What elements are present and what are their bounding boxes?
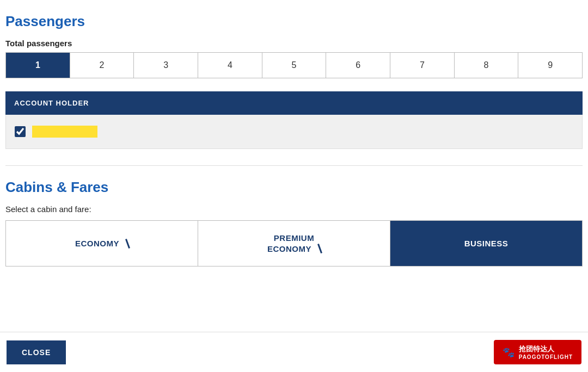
passenger-btn-4[interactable]: 4 (198, 53, 262, 78)
watermark-content: 抢团特达人 PAOGOTOFLIGHT (519, 344, 573, 360)
watermark-sub: PAOGOTOFLIGHT (519, 354, 573, 360)
bottom-bar: CLOSE 🐾 抢团特达人 PAOGOTOFLIGHT (0, 332, 588, 372)
passenger-btn-1[interactable]: 1 (6, 53, 70, 78)
watermark-icon: 🐾 (503, 346, 514, 358)
account-holder-bar: ACCOUNT HOLDER (5, 91, 583, 115)
economy-slash-icon (121, 240, 128, 247)
watermark-text: 抢团特达人 (519, 344, 573, 354)
passenger-btn-8[interactable]: 8 (455, 53, 519, 78)
premium-economy-line2: ECONOMY (267, 244, 321, 255)
passenger-btn-3[interactable]: 3 (134, 53, 198, 78)
passengers-title: Passengers (5, 13, 583, 30)
passenger-btn-6[interactable]: 6 (326, 53, 390, 78)
select-cabin-label: Select a cabin and fare: (5, 204, 583, 214)
passenger-btn-7[interactable]: 7 (390, 53, 455, 78)
cabin-btn-economy[interactable]: ECONOMY (6, 221, 198, 266)
cabin-btn-business[interactable]: BUSINESS (390, 221, 582, 266)
premium-economy-label: PREMIUM ECONOMY (267, 233, 321, 254)
cabins-fares-title: Cabins & Fares (5, 179, 583, 196)
cabin-selector: ECONOMY PREMIUM ECONOMY BUSINESS (5, 220, 583, 266)
business-label: BUSINESS (464, 239, 509, 248)
watermark: 🐾 抢团特达人 PAOGOTOFLIGHT (494, 340, 581, 364)
passenger-btn-5[interactable]: 5 (262, 53, 327, 78)
section-divider (5, 165, 583, 166)
total-passengers-label: Total passengers (5, 39, 583, 48)
cabin-btn-premium-economy[interactable]: PREMIUM ECONOMY (198, 221, 390, 266)
account-holder-name (32, 126, 97, 138)
premium-economy-slash-icon (313, 245, 321, 252)
passenger-btn-2[interactable]: 2 (70, 53, 134, 78)
close-button[interactable]: CLOSE (7, 340, 66, 364)
account-holder-row (5, 115, 583, 149)
economy-label: ECONOMY (75, 239, 119, 248)
main-container: Passengers Total passengers 1 2 3 4 5 6 … (0, 0, 588, 326)
account-holder-checkbox[interactable] (15, 126, 26, 137)
passenger-selector: 1 2 3 4 5 6 7 8 9 (5, 52, 583, 78)
passenger-btn-9[interactable]: 9 (518, 53, 582, 78)
account-holder-checkbox-wrapper (15, 126, 97, 138)
premium-economy-line1: PREMIUM (274, 233, 314, 244)
